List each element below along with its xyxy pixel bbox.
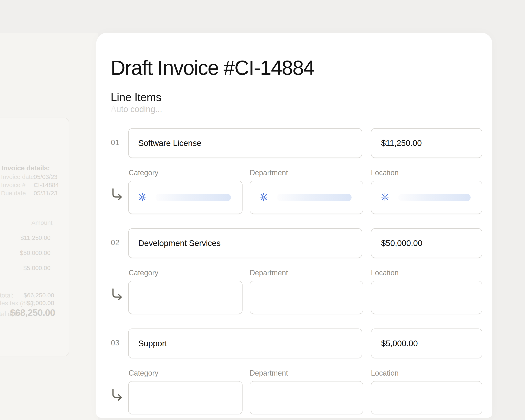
detail-value: 05/31/23	[34, 190, 57, 197]
category-label: Category	[129, 168, 158, 177]
department-label: Department	[250, 168, 288, 177]
sub-row-arrow-icon	[111, 188, 123, 200]
item-name-value: Development Services	[138, 238, 221, 248]
preview-line-amount: $5,000.00	[23, 264, 51, 271]
location-input[interactable]	[371, 181, 482, 214]
category-label: Category	[129, 269, 158, 277]
line-item-number: 01	[111, 138, 123, 147]
draft-invoice-card: Draft Invoice #CI-14884 Line Items Auto …	[96, 33, 492, 418]
category-label: Category	[129, 369, 158, 377]
page-title: Draft Invoice #CI-14884	[111, 57, 314, 78]
sparkle-loading-icon	[138, 192, 147, 203]
line-item-number: 02	[111, 238, 123, 247]
auto-coding-status-text: Auto coding...	[111, 104, 162, 114]
amount-column-header: Amount	[31, 219, 52, 226]
shimmer-bar	[277, 194, 352, 201]
invoice-details-heading: Invoice details:	[1, 164, 50, 172]
divider	[0, 230, 52, 230]
sparkle-loading-icon	[259, 192, 268, 203]
subtotal-label: Subtotal:	[0, 292, 13, 299]
department-input[interactable]	[250, 281, 363, 314]
category-input[interactable]	[128, 381, 243, 414]
item-amount-input[interactable]: $50,000.00	[371, 228, 482, 258]
detail-label: Invoice #	[1, 182, 26, 188]
item-name-value: Software License	[138, 138, 201, 148]
invoice-preview-panel: Invoice details: Invoice date 05/03/23 I…	[0, 118, 69, 356]
item-amount-input[interactable]: $11,250.00	[371, 128, 482, 158]
sparkle-loading-icon	[380, 192, 390, 203]
preview-line-amount: $11,250.00	[20, 234, 51, 241]
item-amount-input[interactable]: $5,000.00	[371, 328, 482, 358]
line-item-number: 03	[111, 339, 123, 347]
department-input[interactable]	[250, 181, 363, 214]
detail-value: CI-14884	[34, 182, 59, 188]
location-input[interactable]	[371, 281, 482, 314]
item-name-input[interactable]: Support	[128, 328, 362, 358]
category-input[interactable]	[128, 181, 243, 214]
sub-row-arrow-icon	[111, 288, 123, 300]
preview-line-amount: $50,000.00	[20, 249, 51, 256]
subtotal-value: $66,250.00	[24, 292, 54, 299]
item-amount-value: $5,000.00	[381, 339, 418, 348]
line-item-row: 01 Software License $11,250.00 Category …	[96, 128, 492, 214]
divider	[0, 244, 52, 244]
shimmer-bar	[156, 194, 231, 201]
item-amount-value: $50,000.00	[381, 238, 422, 248]
department-label: Department	[250, 269, 288, 277]
location-label: Location	[371, 369, 399, 377]
divider	[0, 259, 52, 259]
department-input[interactable]	[250, 381, 363, 414]
sub-row-arrow-icon	[111, 388, 123, 401]
line-item-row: 02 Development Services $50,000.00 Categ…	[96, 228, 492, 314]
sales-tax-value: $2,000.00	[27, 299, 54, 307]
item-name-input[interactable]: Software License	[128, 128, 362, 158]
location-label: Location	[371, 168, 399, 177]
detail-value: 05/03/23	[34, 173, 57, 180]
location-input[interactable]	[371, 381, 482, 414]
line-items-heading: Line Items	[111, 91, 161, 104]
divider	[0, 274, 52, 274]
department-label: Department	[250, 369, 288, 377]
item-amount-value: $11,250.00	[381, 138, 422, 148]
detail-label: Due date	[1, 190, 26, 197]
item-name-value: Support	[138, 339, 167, 348]
category-input[interactable]	[128, 281, 243, 314]
auto-coding-status: Auto coding...	[111, 104, 162, 114]
shimmer-bar	[398, 194, 471, 201]
location-label: Location	[371, 269, 399, 277]
line-item-row: 03 Support $5,000.00 Category Department…	[96, 328, 492, 414]
total-due-value: $68,250.00	[10, 307, 55, 318]
item-name-input[interactable]: Development Services	[128, 228, 362, 258]
detail-label: Invoice date	[1, 173, 34, 180]
